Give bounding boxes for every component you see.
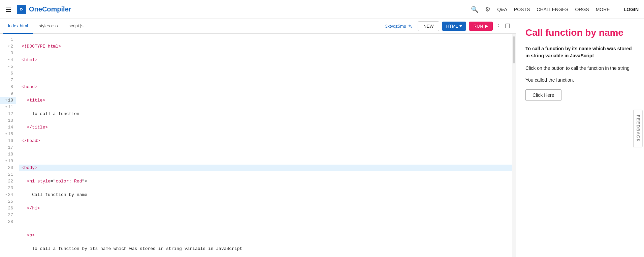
code-line-10: <body>	[19, 165, 512, 171]
line-num-14: 14	[0, 124, 16, 131]
scroll-thumb	[513, 36, 515, 63]
code-line-4: <head>	[19, 84, 512, 90]
line-num-1: 1	[0, 36, 16, 43]
code-line-2: <html>	[19, 57, 512, 63]
line-num-19: ▾19	[0, 158, 16, 165]
line-num-26: 26	[0, 205, 16, 212]
pencil-icon[interactable]: ✎	[408, 24, 412, 29]
challenge-click-text: Click on the button to call the function…	[525, 65, 635, 72]
click-here-button[interactable]: Click Here	[525, 89, 561, 101]
hamburger-icon[interactable]: ☰	[5, 5, 11, 13]
feedback-tab[interactable]: FEEDBACK	[634, 110, 643, 147]
editor-header-right: NEW HTML RUN ⋮ ❐	[418, 21, 513, 31]
line-num-21: 21	[0, 171, 16, 178]
code-line-13: </h1>	[19, 205, 512, 212]
more-options-icon[interactable]: ⋮	[495, 22, 502, 30]
line-num-13: 13	[0, 117, 16, 124]
challenge-result-text: You called the function.	[525, 77, 635, 83]
scrollbar[interactable]	[512, 34, 516, 257]
line-num-22: 22	[0, 178, 16, 185]
code-line-3	[19, 70, 512, 77]
code-line-9	[19, 151, 512, 158]
chevron-down-icon	[459, 25, 462, 27]
nav-challenges[interactable]: CHALLENGES	[537, 7, 568, 12]
navbar-right: 🔍 ⚙ Q&A POSTS CHALLENGES ORGS MORE LOGIN	[471, 5, 639, 14]
navbar: ☰ /> OneCompiler 🔍 ⚙ Q&A POSTS CHALLENGE…	[0, 0, 644, 19]
editor-area: index.html styles.css script.js 3xtvqz5m…	[0, 19, 516, 257]
html-label: HTML	[446, 24, 458, 29]
run-button[interactable]: RUN	[469, 22, 493, 31]
code-line-16: To call a function by its name which was…	[19, 246, 512, 252]
code-editor[interactable]: <!DOCTYPE html> <html> <head> <title> To…	[16, 34, 512, 257]
logo-text: OneCompiler	[29, 5, 71, 13]
line-num-5: ▾5	[0, 63, 16, 70]
line-num-3: 3	[0, 50, 16, 57]
project-id-label: 3xtvqz5mu	[385, 24, 406, 29]
line-num-12: 12	[0, 111, 16, 117]
tab-script-js[interactable]: script.js	[63, 19, 89, 34]
nav-divider	[617, 5, 617, 14]
line-num-25: 25	[0, 198, 16, 205]
line-num-7: 7	[0, 77, 16, 84]
code-line-6: To call a function	[19, 111, 512, 117]
line-num-11: ▾11	[0, 104, 16, 111]
html-dropdown-button[interactable]: HTML	[442, 22, 466, 31]
line-num-28: 28	[0, 219, 16, 225]
right-panel: Call function by name To call a function…	[516, 19, 644, 257]
run-label: RUN	[474, 24, 483, 29]
nav-qa[interactable]: Q&A	[497, 7, 507, 12]
code-line-15: <b>	[19, 232, 512, 239]
editor-header: index.html styles.css script.js 3xtvqz5m…	[0, 19, 516, 34]
nav-posts[interactable]: POSTS	[514, 7, 530, 12]
login-button[interactable]: LOGIN	[624, 7, 639, 12]
line-num-8: 8	[0, 84, 16, 90]
run-triangle-icon	[485, 25, 488, 28]
code-line-7: </title>	[19, 124, 512, 131]
code-line-1: <!DOCTYPE html>	[19, 43, 512, 50]
code-line-12: Call function by name	[19, 192, 512, 198]
line-num-9: 9	[0, 90, 16, 97]
code-line-11: <h1 style="color: Red">	[19, 178, 512, 185]
expand-icon[interactable]: ❐	[505, 23, 510, 30]
nav-orgs[interactable]: ORGS	[575, 7, 589, 12]
navbar-left: ☰ /> OneCompiler	[5, 5, 463, 14]
nav-more[interactable]: MORE	[596, 7, 610, 12]
tab-styles-css[interactable]: styles.css	[33, 19, 63, 34]
new-button[interactable]: NEW	[418, 21, 439, 31]
line-num-20: 20	[0, 165, 16, 171]
line-num-10: ▾10	[0, 97, 16, 104]
line-num-23: 23	[0, 185, 16, 192]
code-body: 1 ▾2 3 ▾4 ▾5 6 7 8 9 ▾10 ▾11 12 13 14 ▾1…	[0, 34, 516, 257]
code-line-5: <title>	[19, 97, 512, 104]
challenge-description: To call a function by its name which was…	[525, 45, 635, 59]
settings-icon[interactable]: ⚙	[485, 6, 490, 13]
line-numbers: 1 ▾2 3 ▾4 ▾5 6 7 8 9 ▾10 ▾11 12 13 14 ▾1…	[0, 34, 16, 257]
challenge-title: Call function by name	[525, 27, 635, 38]
code-line-14	[19, 219, 512, 225]
line-num-27: 27	[0, 212, 16, 219]
tab-index-html[interactable]: index.html	[3, 19, 33, 34]
line-num-2: ▾2	[0, 43, 16, 50]
logo-box: />	[17, 5, 26, 14]
line-num-15: ▾15	[0, 131, 16, 138]
logo[interactable]: /> OneCompiler	[17, 5, 71, 14]
challenge-desc-text: To call a function by its name which was…	[525, 46, 632, 58]
code-line-8: </head>	[19, 138, 512, 144]
line-num-24: ▾24	[0, 192, 16, 198]
line-num-16: 16	[0, 138, 16, 144]
line-num-18: 18	[0, 151, 16, 158]
project-id[interactable]: 3xtvqz5mu ✎	[380, 19, 418, 34]
line-num-6: 6	[0, 70, 16, 77]
main-container: index.html styles.css script.js 3xtvqz5m…	[0, 19, 644, 257]
line-num-4: ▾4	[0, 57, 16, 63]
line-num-17: 17	[0, 144, 16, 151]
search-icon[interactable]: 🔍	[471, 6, 478, 13]
